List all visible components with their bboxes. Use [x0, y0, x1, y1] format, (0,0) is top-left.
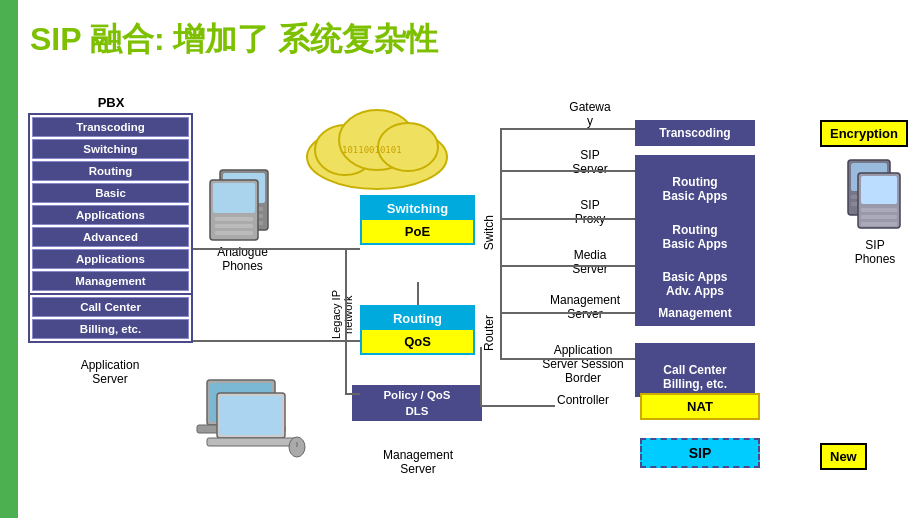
line-policy-v [480, 347, 482, 405]
pbx-row-routing: Routing [32, 161, 189, 181]
sip-box: SIP [640, 438, 760, 468]
analogue-phones-icon [200, 155, 285, 245]
mediaserver-label: Media Server [555, 248, 625, 276]
routing-label: Routing [362, 307, 473, 330]
switching-label: Switching [362, 197, 473, 220]
mgmtserver-label: Management Server [540, 293, 630, 321]
pbx-row-basic: Basic [32, 183, 189, 203]
policy-row-2: DLS [354, 403, 480, 419]
svg-rect-29 [861, 208, 897, 212]
line-router-v [345, 248, 347, 393]
routing-basic-2-box: RoutingBasic Apps [635, 203, 755, 257]
nat-box: NAT [640, 393, 760, 420]
svg-rect-20 [207, 438, 295, 446]
pbx-row-switching: Switching [32, 139, 189, 159]
line-to-right-3 [500, 218, 635, 220]
line-to-right-1 [500, 128, 635, 130]
router-label: Router [482, 315, 496, 351]
cloud-icon: 10110010101 [290, 95, 465, 195]
svg-rect-19 [220, 396, 282, 435]
sip-phones-label: SIP Phones [840, 238, 910, 266]
sip-phones-icon [840, 155, 910, 240]
svg-rect-7 [215, 217, 253, 221]
appserver-row-callcenter: Call Center [32, 297, 189, 317]
encryption-box: Encryption [820, 120, 908, 147]
policy-row-1: Policy / QoS [354, 387, 480, 403]
svg-rect-9 [215, 231, 253, 235]
callcenter-billing-box: Call CenterBilling, etc. [635, 343, 755, 397]
svg-rect-30 [861, 215, 897, 219]
line-to-right-4 [500, 265, 635, 267]
new-box: New [820, 443, 867, 470]
svg-text:10110010101: 10110010101 [342, 145, 402, 155]
routing-basic-1-box: RoutingBasic Apps [635, 155, 755, 209]
line-to-right-2 [500, 170, 635, 172]
pbx-row-adv-applications: Applications [32, 249, 189, 269]
management-box: Management [635, 300, 755, 326]
pbx-row-transcoding: Transcoding [32, 117, 189, 137]
line-legacy-h2 [345, 393, 360, 395]
policy-label: Management Server [368, 448, 468, 476]
svg-rect-8 [215, 224, 253, 228]
line-right-v [500, 128, 502, 358]
pbx-row-advanced: Advanced [32, 227, 189, 247]
appserver-row-billing: Billing, etc. [32, 319, 189, 339]
line-legacy-h [345, 248, 360, 250]
transcoding-box: Transcoding [635, 120, 755, 146]
switch-label: Switch [482, 215, 496, 250]
qos-label: QoS [362, 330, 473, 353]
svg-rect-31 [861, 222, 897, 226]
line-pbx-to-switch [193, 248, 360, 250]
page-title: SIP 融合: 增加了 系统复杂性 [30, 18, 438, 62]
pbx-row-management: Management [32, 271, 189, 291]
pbx-row-applications: Applications [32, 205, 189, 225]
pbx-label: PBX [36, 95, 186, 110]
line-to-right-5 [500, 312, 635, 314]
line-to-right-6 [500, 358, 635, 360]
legacy-label: Legacy IP network [330, 290, 354, 339]
policy-box: Policy / QoS DLS [352, 385, 482, 421]
gateway-label: Gatewa y [555, 100, 625, 128]
line-switch-to-router [417, 282, 419, 305]
svg-rect-6 [213, 183, 255, 213]
line-policy-to-router [480, 405, 555, 407]
basic-adv-box: Basic AppsAdv. Apps [635, 250, 755, 304]
svg-rect-28 [861, 176, 897, 204]
appserver-box: Call Center Billing, etc. [28, 293, 193, 343]
appserver2-label: Application Server Session Border [538, 343, 628, 385]
laptop-icon [192, 375, 312, 465]
sipproxy-label: SIP Proxy [555, 198, 625, 226]
poe-label: PoE [362, 220, 473, 243]
line-pbx-to-router [193, 340, 360, 342]
green-bar [0, 0, 18, 518]
switching-poe-box: Switching PoE [360, 195, 475, 245]
appserver-label: Application Server [60, 358, 160, 386]
routing-qos-box: Routing QoS [360, 305, 475, 355]
pbx-box: Transcoding Switching Routing Basic Appl… [28, 113, 193, 295]
